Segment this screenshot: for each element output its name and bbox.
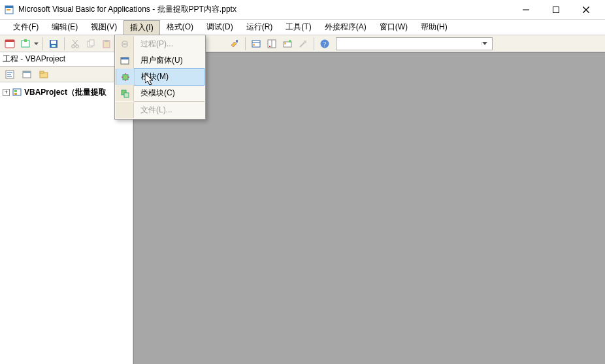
svg-rect-1 [5,6,13,8]
project-explorer-pane: 工程 - VBAProject ✕ + VBAProject（批量提取 [0,52,133,364]
titlebar: Microsoft Visual Basic for Applications … [0,0,605,20]
close-button[interactable] [571,0,601,20]
svg-rect-37 [304,41,306,43]
toolbar-separator [314,37,314,50]
svg-rect-14 [52,45,56,47]
design-mode-button[interactable] [227,37,242,51]
paste-button[interactable] [99,37,114,51]
project-pane-title: 工程 - VBAProject ✕ [0,52,133,67]
project-tree[interactable]: + VBAProject（批量提取 [0,82,133,102]
svg-rect-50 [14,90,17,92]
svg-text:?: ? [323,41,327,48]
menubar: 文件(F) 编辑(E) 视图(V) 插入(I) 格式(O) 调试(D) 运行(R… [0,20,605,35]
menu-format[interactable]: 格式(O) [160,20,200,35]
toolbar-separator [245,37,246,50]
svg-rect-13 [51,41,56,44]
content-area: 工程 - VBAProject ✕ + VBAProject（批量提取 [0,52,605,364]
svg-rect-20 [90,40,94,46]
vbaproject-icon [12,88,22,97]
menu-view[interactable]: 视图(V) [84,20,123,35]
tree-root-node[interactable]: + VBAProject（批量提取 [3,86,130,98]
insert-procedure-item[interactable]: 过程(P)... [116,36,204,52]
svg-line-18 [73,40,78,45]
svg-rect-2 [7,9,10,10]
project-explorer-button[interactable] [249,37,263,51]
svg-rect-26 [236,40,238,42]
menu-file[interactable]: 文件(F) [7,20,45,35]
svg-point-52 [122,41,127,43]
mouse-cursor-icon [145,74,157,87]
insert-procedure-label: 过程(P)... [134,39,204,50]
help-button[interactable]: ? [318,37,332,51]
module-icon [120,72,131,82]
toolbar-separator [42,37,43,50]
svg-rect-22 [105,40,108,42]
project-pane-toolbar [0,67,133,82]
position-combo[interactable] [336,37,493,50]
svg-marker-11 [34,42,39,45]
menu-debug[interactable]: 调试(D) [200,20,240,35]
menu-window[interactable]: 窗口(W) [373,20,414,35]
svg-rect-57 [121,58,129,59]
svg-rect-51 [14,93,17,95]
insert-item-button[interactable] [18,37,33,51]
svg-marker-25 [231,42,237,47]
view-powerpoint-button[interactable] [3,37,17,51]
insert-dropdown: 过程(P)... 用户窗体(U) 模块(M) 类模块(C) 文件(L)... [114,35,206,120]
svg-rect-48 [40,71,44,73]
insert-file-label: 文件(L)... [134,105,204,116]
dropdown-caret-icon[interactable] [34,42,39,45]
toggle-folders-button[interactable] [37,67,51,82]
svg-line-36 [300,42,304,47]
object-browser-button[interactable] [280,37,295,51]
tree-expand-icon[interactable]: + [3,89,10,96]
svg-rect-4 [553,7,559,12]
menu-edit[interactable]: 编辑(E) [45,20,84,35]
menu-help[interactable]: 帮助(H) [414,20,454,35]
insert-classmodule-label: 类模块(C) [134,88,204,99]
svg-point-35 [289,40,291,42]
svg-point-55 [122,44,127,46]
svg-rect-46 [23,71,31,73]
svg-rect-32 [269,46,270,47]
svg-rect-34 [284,42,286,44]
svg-rect-58 [123,74,128,80]
standard-toolbar: ? [0,35,605,52]
view-code-button[interactable] [3,67,17,82]
insert-userform-item[interactable]: 用户窗体(U) [116,52,204,69]
svg-point-15 [72,44,75,48]
cut-button[interactable] [68,37,82,51]
window-controls [511,0,601,19]
window-title: Microsoft Visual Basic for Applications … [18,4,237,15]
project-pane-label: 工程 - VBAProject [3,54,65,65]
svg-rect-10 [24,39,27,42]
class-module-icon [120,88,130,99]
menu-run[interactable]: 运行(R) [240,20,280,35]
userform-icon [120,56,130,66]
insert-file-item[interactable]: 文件(L)... [116,102,204,118]
svg-marker-65 [145,74,153,85]
toolbox-button[interactable] [296,37,310,51]
insert-module-item[interactable]: 模块(M) [116,68,204,86]
copy-button[interactable] [84,37,98,51]
maximize-button[interactable] [541,0,571,20]
svg-rect-8 [5,40,14,42]
tree-root-label: VBAProject（批量提取 [24,86,106,98]
view-object-button[interactable] [20,67,34,82]
svg-marker-40 [482,42,487,45]
properties-window-button[interactable] [265,37,279,51]
insert-userform-label: 用户窗体(U) [134,55,204,66]
insert-classmodule-item[interactable]: 类模块(C) [116,85,204,101]
menu-insert[interactable]: 插入(I) [123,20,159,35]
app-icon [4,5,14,15]
svg-rect-29 [253,44,255,46]
minimize-button[interactable] [511,0,541,20]
svg-line-17 [73,40,77,45]
save-button[interactable] [46,37,61,51]
svg-rect-64 [124,93,129,97]
procedure-icon [120,39,130,50]
svg-point-16 [76,44,79,48]
chevron-down-icon[interactable] [482,42,492,45]
menu-tools[interactable]: 工具(T) [279,20,318,35]
menu-addins[interactable]: 外接程序(A) [318,20,373,35]
